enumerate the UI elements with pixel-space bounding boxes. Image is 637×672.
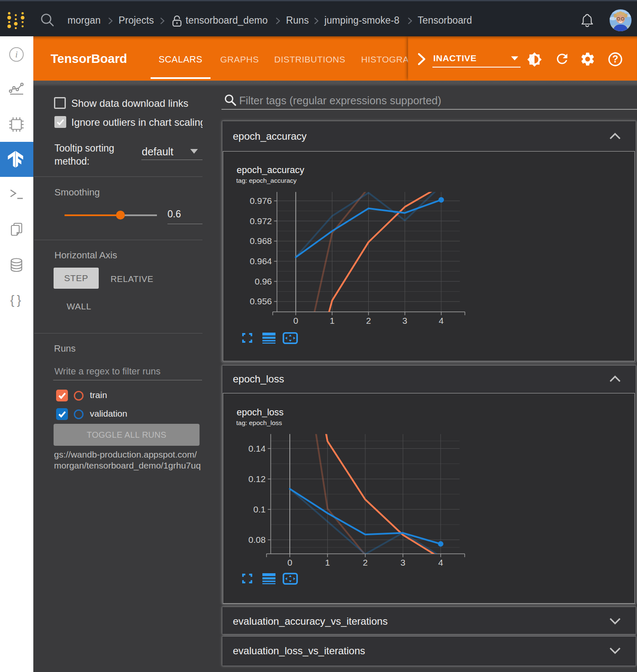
svg-text:0.14: 0.14: [248, 444, 266, 453]
svg-text:0.968: 0.968: [250, 236, 272, 246]
svg-text:0.964: 0.964: [250, 256, 272, 266]
svg-text:i: i: [15, 49, 18, 60]
svg-text:?: ?: [612, 54, 618, 65]
svg-text:0.08: 0.08: [248, 535, 266, 545]
svg-text:0.976: 0.976: [250, 196, 272, 206]
svg-text:4: 4: [438, 558, 443, 567]
svg-text:1: 1: [329, 316, 335, 325]
svg-text:3: 3: [402, 316, 408, 325]
svg-text:1: 1: [325, 558, 330, 567]
svg-text:0: 0: [287, 558, 292, 567]
svg-text:0.956: 0.956: [250, 296, 272, 306]
svg-text:2: 2: [363, 558, 368, 567]
svg-text:4: 4: [439, 316, 444, 325]
svg-text:0.12: 0.12: [248, 474, 266, 484]
svg-text:2: 2: [366, 316, 371, 325]
svg-text:0.972: 0.972: [250, 216, 272, 226]
svg-text:0: 0: [293, 316, 298, 325]
svg-text:0.96: 0.96: [255, 276, 272, 286]
svg-text:3: 3: [400, 558, 405, 567]
svg-text:0.1: 0.1: [253, 504, 265, 514]
